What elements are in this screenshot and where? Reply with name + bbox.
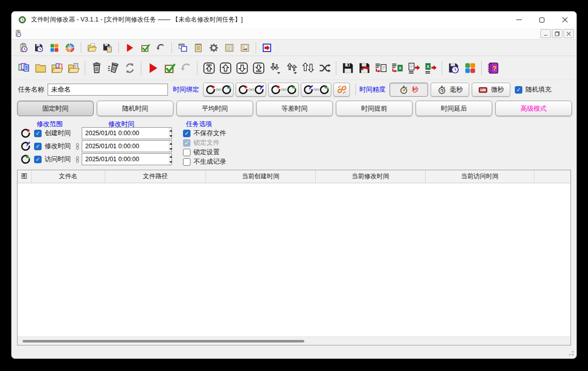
complete-task-button[interactable] xyxy=(137,41,153,55)
tab-random-time[interactable]: 随机时间 xyxy=(97,101,173,116)
save-task-button[interactable] xyxy=(31,41,47,55)
close-button[interactable] xyxy=(553,12,576,28)
column-header-当前创建时间[interactable]: 当前创建时间 xyxy=(206,170,316,183)
bind-all-times-button[interactable] xyxy=(203,83,234,97)
column-header-当前修改时间[interactable]: 当前修改时间 xyxy=(316,170,426,183)
tab-arithmetic-time[interactable]: 等差时间 xyxy=(256,101,333,116)
settings-button[interactable] xyxy=(206,41,222,55)
modify-time-datetime-input[interactable] xyxy=(82,141,169,152)
open-task-button[interactable] xyxy=(84,41,100,55)
column-header-文件名[interactable]: 文件名 xyxy=(32,170,105,183)
records-button[interactable] xyxy=(190,41,206,55)
create-time-datetime-input[interactable] xyxy=(82,128,169,139)
bind-modify-access-button[interactable] xyxy=(301,83,331,97)
tab-time-advance[interactable]: 时间提前 xyxy=(336,101,413,116)
about-button[interactable] xyxy=(237,41,253,55)
tab-fixed-time[interactable]: 固定时间 xyxy=(17,101,94,116)
create-time-spinner[interactable] xyxy=(169,128,172,139)
reverse-order-button[interactable] xyxy=(300,59,316,77)
import-excel-button[interactable] xyxy=(389,59,406,77)
access-time-checkbox[interactable] xyxy=(34,156,42,163)
help-button[interactable] xyxy=(485,59,501,77)
horizontal-scrollbar-thumb[interactable] xyxy=(23,340,304,342)
undo-task-button[interactable] xyxy=(153,41,168,55)
access-time-label: 访问时间 xyxy=(45,155,73,164)
precision-milliseconds-button[interactable]: 毫秒 xyxy=(431,83,469,97)
access-time-spin-down[interactable] xyxy=(169,159,172,165)
column-header-extra[interactable] xyxy=(534,170,570,183)
run-task-button[interactable] xyxy=(122,41,137,55)
undo-button[interactable] xyxy=(177,59,194,77)
sort-asc-button[interactable] xyxy=(283,59,300,77)
add-files-button[interactable] xyxy=(16,59,32,77)
modify-time-spin-down[interactable] xyxy=(169,146,172,152)
create-time-spin-down[interactable] xyxy=(169,133,172,139)
horizontal-scrollbar[interactable] xyxy=(18,336,570,345)
save-file-time-button[interactable] xyxy=(445,59,462,77)
access-time-datetime-input[interactable] xyxy=(82,154,169,165)
column-header-文件路径[interactable]: 文件路径 xyxy=(105,170,206,183)
option-lock-settings-checkbox[interactable] xyxy=(183,149,190,156)
time-tool-button[interactable] xyxy=(62,41,78,55)
unbind-times-button[interactable] xyxy=(333,83,350,97)
save-list-button[interactable] xyxy=(339,59,356,77)
column-header-图[interactable]: 图 xyxy=(18,170,32,183)
option-no-save-file-checkbox[interactable] xyxy=(183,130,190,137)
task-name-input[interactable] xyxy=(48,84,168,96)
access-time-spinner[interactable] xyxy=(169,154,172,165)
table-body[interactable] xyxy=(18,183,570,336)
add-folder-subfolder-button[interactable] xyxy=(65,59,82,77)
option-no-record-checkbox[interactable] xyxy=(183,158,190,166)
sort-desc-button[interactable] xyxy=(267,59,283,77)
mdi-restore-button[interactable] xyxy=(552,29,562,38)
remove-selected-button[interactable] xyxy=(88,59,105,77)
import-text-button[interactable] xyxy=(372,59,389,77)
run-button[interactable] xyxy=(144,59,161,77)
precision-seconds-button[interactable]: 秒 xyxy=(389,83,428,97)
minimize-button[interactable] xyxy=(507,12,530,28)
modify-time-spin-up[interactable] xyxy=(169,141,172,146)
move-down-button[interactable] xyxy=(234,59,250,77)
modify-time-checkbox[interactable] xyxy=(34,143,42,150)
complete-button[interactable] xyxy=(161,59,177,77)
clockplus-icon xyxy=(206,85,216,95)
create-time-spin-up[interactable] xyxy=(169,128,172,133)
shuffle-order-button[interactable] xyxy=(316,59,333,77)
precision-microseconds-button[interactable]: 微秒 xyxy=(472,83,510,97)
create-time-checkbox[interactable] xyxy=(34,130,42,137)
tab-advanced-mode[interactable]: 高级模式 xyxy=(495,101,572,116)
task-windows-button[interactable] xyxy=(47,41,62,55)
modify-time-spinner[interactable] xyxy=(169,141,172,152)
add-folder-button[interactable] xyxy=(32,59,49,77)
tab-time-delay[interactable]: 时间延后 xyxy=(416,101,492,116)
clear-list-button[interactable] xyxy=(105,59,121,77)
toolbar-separator xyxy=(481,61,482,75)
access-time-spin-up[interactable] xyxy=(169,154,172,159)
move-bottom-button[interactable] xyxy=(250,59,267,77)
add-folder-files-button[interactable] xyxy=(49,59,65,77)
window-list-button[interactable] xyxy=(462,59,478,77)
exit-button[interactable] xyxy=(259,41,275,55)
bind-create-access-button[interactable] xyxy=(268,83,299,97)
save-as-task-button[interactable] xyxy=(100,41,115,55)
clockpen-icon xyxy=(303,85,313,95)
tab-average-time[interactable]: 平均时间 xyxy=(176,101,253,116)
refresh-list-button[interactable] xyxy=(121,59,138,77)
new-task-button[interactable] xyxy=(16,41,31,55)
bind-create-modify-button[interactable] xyxy=(236,83,266,97)
save-list-as-button[interactable] xyxy=(356,59,372,77)
move-up-button[interactable] xyxy=(217,59,234,77)
mdi-close-button[interactable] xyxy=(563,29,574,38)
new-window-button[interactable] xyxy=(175,41,190,55)
maximize-button[interactable] xyxy=(530,12,553,28)
title-bar: 文件时间修改器 - V3.1.1 - [文件时间修改任务 —— 【未命名修改时间… xyxy=(12,12,576,28)
resize-grip[interactable] xyxy=(572,354,573,355)
export-excel-button[interactable] xyxy=(422,59,439,77)
random-fill-checkbox[interactable] xyxy=(515,86,522,94)
export-text-button[interactable] xyxy=(406,59,422,77)
register-button[interactable] xyxy=(222,41,237,55)
mdi-minimize-button[interactable] xyxy=(540,29,551,38)
clockplus-icon xyxy=(238,85,248,95)
move-top-button[interactable] xyxy=(201,59,217,77)
column-header-当前访问时间[interactable]: 当前访问时间 xyxy=(426,170,534,183)
